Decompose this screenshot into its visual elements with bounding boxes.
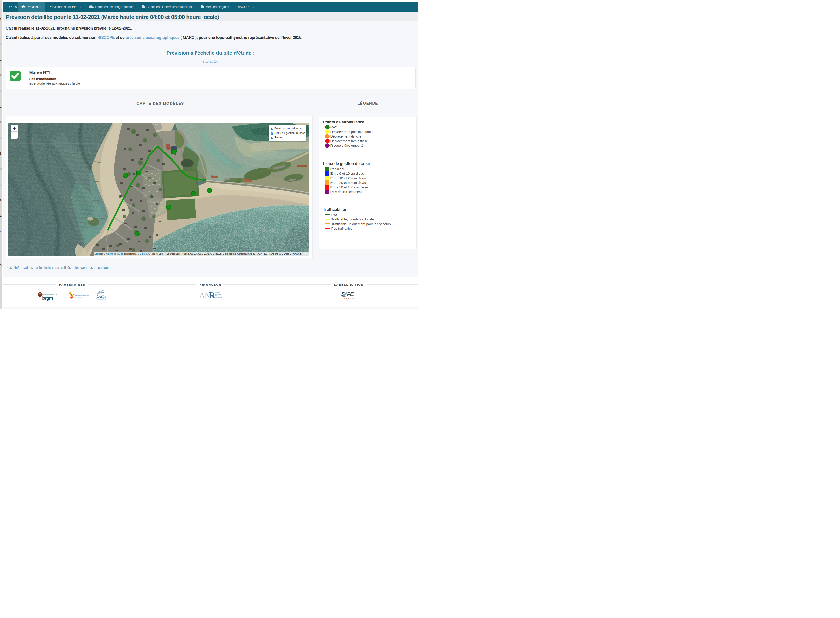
svg-text:L'eau et geau pour vision: L'eau et geau pour vision [97, 299, 106, 300]
svg-text:DE LA: DE LA [215, 296, 218, 297]
svg-text:géo-hyd: géo-hyd [95, 296, 106, 299]
svg-text:AGENCE: AGENCE [215, 293, 219, 294]
svg-text:brgm: brgm [42, 296, 53, 300]
svg-text:NATIONALE: NATIONALE [215, 294, 221, 295]
svg-text:DE MATHÉMATIQUES: DE MATHÉMATIQUES [75, 295, 89, 297]
svg-text:Géosciences pour une Terre dur: Géosciences pour une Terre durable [43, 294, 57, 295]
svg-text:DE TOULOUSE: DE TOULOUSE [75, 297, 85, 298]
svg-text:AN: AN [200, 291, 210, 299]
svg-text:INSTITUT: INSTITUT [75, 293, 81, 295]
svg-text:RECHERCHE: RECHERCHE [215, 297, 222, 298]
svg-text:CLUSTER: CLUSTER [343, 297, 355, 299]
svg-text:Sécurité globale & gestion des: Sécurité globale & gestion des risques [344, 300, 356, 300]
svg-text:Σ: Σ [70, 292, 74, 299]
svg-text:R: R [209, 291, 216, 299]
svg-text:FE: FE [347, 291, 354, 297]
